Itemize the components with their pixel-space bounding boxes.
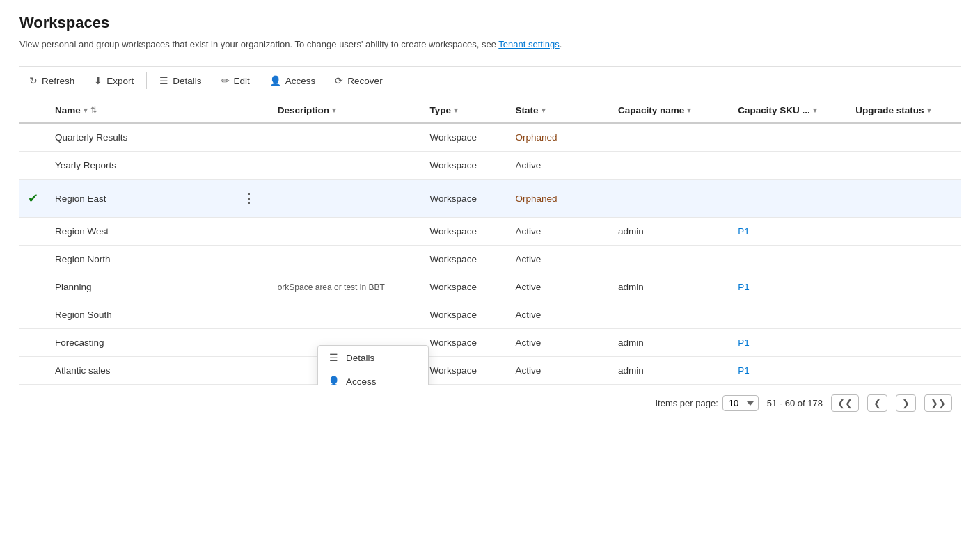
th-type[interactable]: Type ▾ <box>422 98 507 123</box>
row-capacity-name-cell: admin <box>610 357 729 385</box>
th-upgrade-status[interactable]: Upgrade status ▾ <box>847 98 961 123</box>
row-description-cell <box>269 180 422 218</box>
table-row: PlanningorkSpace area or test in BBTWork… <box>19 273 961 301</box>
export-icon: ⬇ <box>94 75 102 86</box>
row-check-cell[interactable] <box>19 273 47 301</box>
prev-page-button[interactable]: ❮ <box>867 394 887 412</box>
row-capacity-sku-cell <box>729 301 847 329</box>
th-capacity-name[interactable]: Capacity name ▾ <box>610 98 729 123</box>
cap-name-filter-icon: ▾ <box>687 106 691 115</box>
upgrade-filter-icon: ▾ <box>927 106 931 115</box>
row-capacity-sku-cell: P1 <box>729 218 847 246</box>
state-filter-icon: ▾ <box>542 106 546 115</box>
row-check-cell[interactable] <box>19 218 47 246</box>
row-name-cell: Yearly Reports <box>47 152 269 179</box>
first-page-button[interactable]: ❮❮ <box>831 394 859 412</box>
row-upgrade-status-cell <box>847 180 961 218</box>
row-check-cell[interactable] <box>19 357 47 385</box>
row-upgrade-status-cell <box>847 329 961 357</box>
access-icon: 👤 <box>328 376 339 385</box>
row-name-cell: Forecasting <box>47 329 269 356</box>
row-upgrade-status-cell <box>847 357 961 385</box>
items-per-page-label: Items per page: <box>655 398 718 408</box>
access-icon: 👤 <box>269 75 281 86</box>
row-capacity-name-cell <box>610 123 729 152</box>
tenant-settings-link[interactable]: Tenant settings <box>498 39 559 49</box>
edit-button[interactable]: ✏ Edit <box>212 71 260 90</box>
row-name-cell: Quarterly Results <box>47 124 269 151</box>
row-state-cell: Active <box>507 246 610 273</box>
row-check-cell[interactable] <box>19 152 47 180</box>
row-check-cell[interactable]: ✔ <box>19 180 47 218</box>
context-menu-label: Access <box>346 376 377 385</box>
row-check-cell[interactable] <box>19 301 47 329</box>
workspace-name: Region North <box>55 254 261 264</box>
export-button[interactable]: ⬇ Export <box>84 71 143 90</box>
row-type-cell: Workspace <box>422 123 507 152</box>
workspace-name: Quarterly Results <box>55 132 261 143</box>
type-filter-icon: ▾ <box>454 106 458 115</box>
workspace-name: Region West <box>55 226 261 237</box>
cap-sku-filter-icon: ▾ <box>813 106 817 115</box>
page-range: 51 - 60 of 178 <box>767 398 823 408</box>
recover-button[interactable]: ⟳ Recover <box>325 71 392 90</box>
last-page-button[interactable]: ❯❯ <box>924 394 952 412</box>
workspace-name: Atlantic sales <box>55 365 261 376</box>
row-capacity-name-cell: admin <box>610 218 729 246</box>
row-type-cell: Workspace <box>422 357 507 385</box>
workspace-name: Region South <box>55 310 261 320</box>
row-upgrade-status-cell <box>847 246 961 273</box>
workspace-name: Planning <box>55 282 261 292</box>
check-icon: ✔ <box>28 191 38 205</box>
next-page-button[interactable]: ❯ <box>896 394 916 412</box>
toolbar-divider <box>146 72 147 89</box>
workspace-name: Region East <box>55 193 232 204</box>
page-title: Workspaces <box>19 14 961 32</box>
th-state[interactable]: State ▾ <box>507 98 610 123</box>
row-capacity-name-cell <box>610 152 729 180</box>
context-menu-label: Details <box>346 353 374 363</box>
row-upgrade-status-cell <box>847 218 961 246</box>
details-button[interactable]: ☰ Details <box>150 71 211 90</box>
row-capacity-name-cell: admin <box>610 273 729 301</box>
row-check-cell[interactable] <box>19 246 47 273</box>
row-capacity-sku-cell: P1 <box>729 357 847 385</box>
workspaces-table-container: Name ▾ ⇅ Description ▾ Type <box>19 98 961 385</box>
table-row: Region WestWorkspaceActiveadminP1 <box>19 218 961 246</box>
th-name[interactable]: Name ▾ ⇅ <box>47 98 269 123</box>
table-row: ✔Region East⋮WorkspaceOrphaned <box>19 180 961 218</box>
details-icon: ☰ <box>328 352 339 363</box>
row-description-cell <box>269 123 422 152</box>
th-capacity-sku[interactable]: Capacity SKU ... ▾ <box>729 98 847 123</box>
items-per-page-container: Items per page: 102550100 <box>655 395 758 411</box>
row-name-cell: Atlantic sales <box>47 357 269 384</box>
row-name-cell: Region West <box>47 218 269 245</box>
name-filter-icon: ⇅ <box>90 106 97 115</box>
context-menu-item-access[interactable]: 👤Access <box>318 369 428 385</box>
th-description[interactable]: Description ▾ <box>269 98 422 123</box>
row-type-cell: Workspace <box>422 180 507 218</box>
row-type-cell: Workspace <box>422 301 507 329</box>
row-more-button[interactable]: ⋮ <box>237 188 261 209</box>
row-state-cell: Active <box>507 152 610 180</box>
table-row: Yearly ReportsWorkspaceActive <box>19 152 961 180</box>
row-description-cell <box>269 301 422 329</box>
desc-filter-icon: ▾ <box>332 106 336 115</box>
row-state-cell: Active <box>507 301 610 329</box>
row-capacity-name-cell <box>610 301 729 329</box>
refresh-button[interactable]: ↻ Refresh <box>19 71 84 90</box>
name-sort-icon: ▾ <box>84 106 88 115</box>
per-page-select[interactable]: 102550100 <box>722 395 759 411</box>
row-capacity-name-cell: admin <box>610 329 729 357</box>
access-button[interactable]: 👤 Access <box>260 71 326 90</box>
table-row: ForecastingWorkspaceActiveadminP1 <box>19 329 961 357</box>
row-capacity-sku-cell <box>729 246 847 273</box>
context-menu-item-details[interactable]: ☰Details <box>318 346 428 369</box>
row-capacity-sku-cell: P1 <box>729 273 847 301</box>
row-upgrade-status-cell <box>847 152 961 180</box>
workspaces-page: Workspaces View personal and group works… <box>0 0 980 436</box>
th-checkbox <box>19 98 47 123</box>
row-check-cell[interactable] <box>19 123 47 152</box>
row-name-cell: Region South <box>47 301 269 328</box>
row-check-cell[interactable] <box>19 329 47 357</box>
